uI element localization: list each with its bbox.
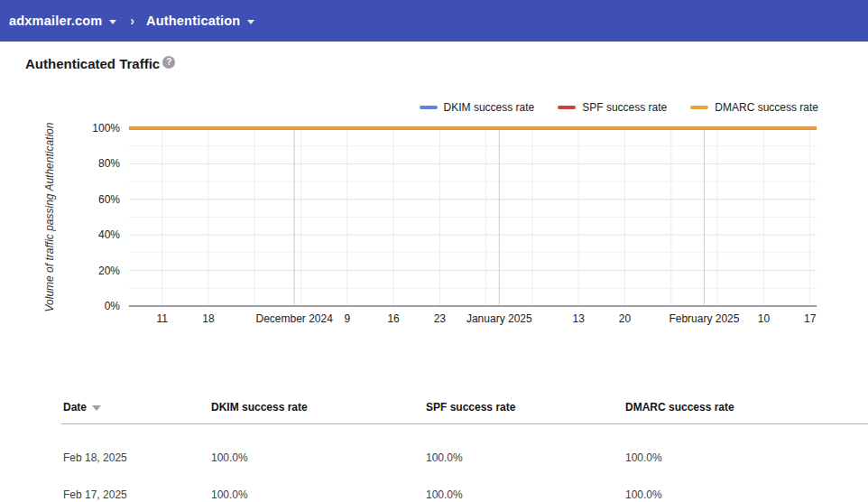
cell-spf: 100.0% (426, 488, 625, 501)
section-selector-dropdown[interactable]: Authentication (146, 14, 254, 28)
y-axis-title: Volume of traffic passing Authentication (43, 122, 56, 311)
cell-date: Feb 18, 2025 (63, 451, 211, 464)
chart-legend: DKIM success rate SPF success rate DMARC… (420, 101, 818, 114)
legend-label: DKIM success rate (444, 101, 535, 114)
col-header-date[interactable]: Date (63, 401, 211, 414)
help-icon[interactable]: ? (162, 56, 175, 69)
x-tick-label: 18 (202, 312, 215, 325)
authenticated-traffic-page: adxmailer.com › Authentication Authentic… (0, 0, 868, 502)
x-tick-label: 16 (387, 312, 400, 325)
breadcrumb-bar: adxmailer.com › Authentication (0, 0, 868, 42)
x-tick-label: 23 (434, 312, 447, 325)
page-title-row: Authenticated Traffic ? (25, 56, 175, 71)
domain-selector-dropdown[interactable]: adxmailer.com (9, 14, 116, 28)
table-row: Feb 18, 2025 100.0% 100.0% 100.0% (63, 414, 868, 464)
dkim-line-swatch (420, 106, 438, 109)
cell-date: Feb 17, 2025 (63, 488, 211, 501)
x-tick-label: 13 (573, 312, 586, 325)
chevron-down-icon (247, 20, 254, 24)
page-title: Authenticated Traffic (25, 56, 160, 71)
table-row: Feb 17, 2025 100.0% 100.0% 100.0% (63, 464, 868, 501)
x-tick-label: 17 (804, 312, 817, 325)
x-tick-label: 9 (344, 312, 350, 325)
sort-descending-icon (92, 405, 101, 411)
cell-dkim: 100.0% (211, 488, 426, 501)
x-month-label: December 2024 (255, 312, 333, 325)
x-month-label: February 2025 (669, 312, 739, 325)
y-tick-label: 0% (105, 300, 121, 312)
legend-item-spf: SPF success rate (558, 101, 667, 114)
x-month-label: January 2025 (466, 312, 532, 325)
x-tick-label: 20 (619, 312, 632, 325)
authentication-success-line-chart: 0%20%40%60%80%100%11189162313201017Decem… (0, 117, 868, 334)
y-tick-label: 20% (98, 265, 120, 277)
x-tick-label: 11 (156, 312, 168, 325)
y-tick-label: 80% (98, 157, 120, 170)
col-header-dkim[interactable]: DKIM success rate (211, 401, 426, 414)
legend-item-dkim: DKIM success rate (420, 101, 535, 114)
x-tick-label: 10 (758, 312, 771, 325)
y-tick-label: 60% (98, 193, 120, 206)
cell-dmarc: 100.0% (625, 488, 868, 501)
cell-dkim: 100.0% (211, 451, 426, 464)
y-tick-label: 40% (98, 228, 120, 241)
domain-name: adxmailer.com (9, 14, 102, 28)
breadcrumb-separator-icon: › (130, 14, 134, 28)
y-tick-label: 100% (92, 122, 120, 135)
dmarc-line-swatch (690, 106, 708, 109)
spf-line-swatch (558, 106, 576, 109)
legend-item-dmarc: DMARC success rate (690, 101, 818, 114)
legend-label: DMARC success rate (715, 101, 818, 114)
legend-label: SPF success rate (582, 101, 667, 114)
cell-dmarc: 100.0% (625, 451, 868, 464)
table-header-row: Date DKIM success rate SPF success rate … (63, 401, 868, 414)
col-header-spf[interactable]: SPF success rate (426, 401, 625, 414)
section-name: Authentication (146, 14, 240, 28)
cell-spf: 100.0% (426, 451, 625, 464)
daily-rates-table: Date DKIM success rate SPF success rate … (63, 401, 868, 501)
col-header-dmarc[interactable]: DMARC success rate (625, 401, 868, 414)
chevron-down-icon (109, 20, 116, 24)
